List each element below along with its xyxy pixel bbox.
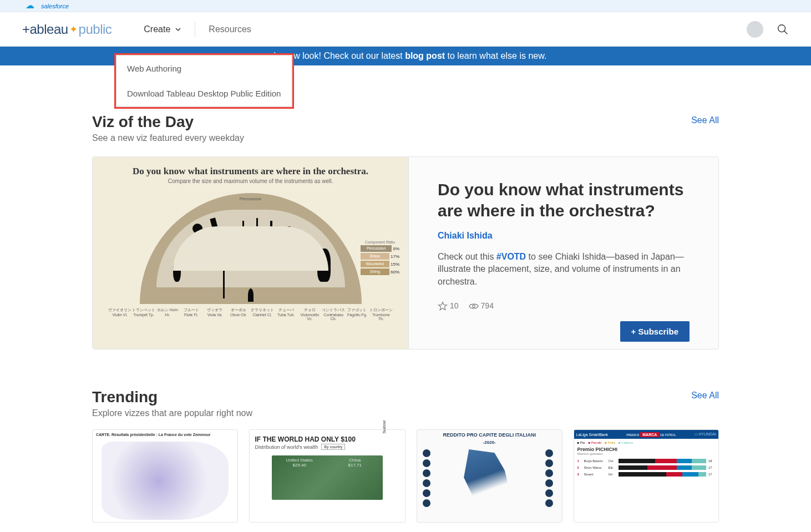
left-dots-icon (423, 449, 434, 520)
svg-point-0 (778, 24, 785, 32)
france-map-icon (102, 442, 229, 520)
svg-line-1 (784, 31, 788, 34)
favorite-stat[interactable]: 10 (438, 301, 459, 311)
nav-create[interactable]: Create (134, 12, 191, 46)
dropdown-web-authoring[interactable]: Web Authoring (117, 56, 291, 81)
trend-c4-legend: Pie Penalti Falta Cabeza (574, 439, 719, 447)
trending-card-world100[interactable]: IF THE WORLD HAD ONLY $100 Distribution … (249, 429, 406, 523)
search-icon[interactable] (777, 23, 789, 36)
votd-title: Viz of the Day (92, 113, 244, 131)
salesforce-label: salesforce (41, 3, 69, 9)
svg-point-2 (472, 305, 475, 308)
trending-card-france[interactable]: CARTE. Résultats présidentielle : La Fra… (92, 429, 238, 523)
trending-see-all[interactable]: See All (691, 391, 719, 401)
trending-header: Trending Explore vizzes that are popular… (92, 388, 719, 418)
trending-grid: CARTE. Résultats présidentielle : La Fra… (92, 429, 719, 523)
trend-c2-side: Suisse (381, 429, 386, 434)
top-nav: +ableau ✦ public Create Resources Web Au… (0, 12, 811, 47)
chevron-down-icon (175, 26, 181, 33)
trending-subtitle: Explore vizzes that are popular right no… (92, 408, 252, 418)
table-row: 1Borja BastónOvi 18 (574, 458, 719, 464)
eye-icon (469, 301, 479, 311)
star-icon (438, 301, 448, 311)
votd-subtitle: See a new viz featured every weekday (92, 133, 244, 143)
trending-card-laliga[interactable]: LaLiga SmartBank PREMIOS MARCA DE FÚTBOL… (574, 429, 719, 523)
dollar-bill-icon: United States$29.40 China$17.71 (272, 455, 383, 500)
thumb-ratio-box: Component Ratio Percussion8% Brass17% Wo… (361, 240, 399, 276)
subscribe-button[interactable]: + Subscribe (620, 321, 690, 342)
avatar[interactable] (747, 21, 763, 38)
views-stat: 794 (469, 301, 494, 311)
trending-title: Trending (92, 388, 252, 406)
trend-c2-toggle: By country (321, 444, 345, 450)
votd-thumbnail[interactable]: Do you know what instruments are where i… (93, 157, 409, 349)
votd-hashtag-link[interactable]: #VOTD (496, 252, 526, 261)
table-row: 2Shon WeissEib 17 (574, 464, 719, 471)
trend-c3-year: -2020- (417, 440, 562, 447)
thumb-instruments-row: ヴァイオリン Violin VI.トランペット Trumpet Tp. ホルン … (104, 304, 397, 321)
nav-separator (195, 22, 195, 37)
dropdown-download-desktop[interactable]: Download Tableau Desktop Public Edition (117, 81, 291, 106)
votd-stats: 10 794 (438, 301, 690, 311)
thumb-percussion-label: Percussion (140, 196, 362, 201)
table-row: 3StuaniGir 17 (574, 471, 719, 478)
banner-text-right: to learn what else is new. (445, 51, 546, 60)
nav-create-label: Create (144, 24, 170, 34)
votd-meta: Do you know what instruments are where i… (409, 157, 718, 349)
trend-c1-title: CARTE. Résultats présidentielle : La Fra… (93, 430, 237, 439)
trend-c4-headerbar: LaLiga SmartBank PREMIOS MARCA DE FÚTBOL… (574, 430, 719, 439)
italy-map-icon (438, 449, 541, 520)
nav-resources[interactable]: Resources (199, 12, 261, 46)
trending-card-reddito[interactable]: REDDITO PRO CAPITE DEGLI ITALIANI -2020- (417, 429, 562, 523)
votd-header: Viz of the Day See a new viz featured ev… (92, 113, 719, 143)
banner-blog-link[interactable]: blog post (405, 51, 445, 60)
nav-resources-label: Resources (209, 24, 251, 34)
votd-card: Do you know what instruments are where i… (92, 156, 719, 349)
votd-viz-title: Do you know what instruments are where i… (438, 179, 690, 221)
trend-c3-title: REDDITO PRO CAPITE DEGLI ITALIANI (417, 430, 562, 440)
votd-description: Check out this #VOTD to see Chiaki Ishid… (438, 251, 690, 288)
trend-c4-premio-sub: Máximo goleador (574, 452, 719, 458)
thumb-title: Do you know what instruments are where i… (104, 166, 397, 177)
cloud-icon (26, 2, 39, 10)
votd-author-link[interactable]: Chiaki Ishida (438, 231, 690, 241)
trend-c4-premio-title: Premio PICHICHI (574, 447, 719, 452)
trend-c2-title: IF THE WORLD HAD ONLY $100 (255, 435, 400, 443)
create-dropdown: Web Authoring Download Tableau Desktop P… (115, 54, 293, 108)
tableau-public-logo[interactable]: +ableau ✦ public (22, 22, 111, 37)
logo-left: +ableau (22, 22, 68, 37)
orchestra-fan-icon: Percussion (140, 193, 362, 304)
trend-c2-sub: Distribution of world's wealth (255, 444, 318, 450)
logo-right: public (79, 22, 112, 37)
right-dots-icon (545, 449, 556, 520)
salesforce-bar[interactable]: salesforce (0, 0, 811, 12)
votd-see-all[interactable]: See All (691, 115, 719, 125)
thumb-subtitle: Compare the size and maximum volume of t… (104, 178, 397, 184)
logo-plus-icon: ✦ (69, 23, 78, 36)
